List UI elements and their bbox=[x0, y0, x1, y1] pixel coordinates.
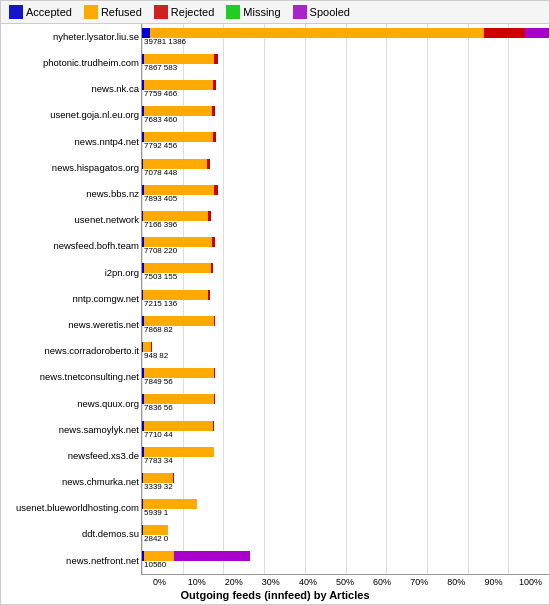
bar-row: 7215136 bbox=[142, 290, 549, 309]
rejected-segment bbox=[208, 290, 209, 300]
refused-segment bbox=[144, 80, 213, 90]
legend-refused-label: Refused bbox=[101, 6, 142, 18]
bar-track bbox=[142, 551, 549, 561]
bar-value-total: 7166 bbox=[144, 221, 162, 230]
rejected-segment bbox=[214, 316, 215, 326]
bar-row: 10560 bbox=[142, 551, 549, 570]
x-axis: 0%10%20%30%40%50%60%70%80%90%100% Outgoi… bbox=[1, 574, 549, 604]
bar-value-secondary: 220 bbox=[164, 247, 177, 256]
bar-value-total: 7215 bbox=[144, 300, 162, 309]
bar-value-total: 7078 bbox=[144, 169, 162, 178]
refused-segment bbox=[143, 211, 208, 221]
bar-values: 7683460 bbox=[142, 116, 549, 125]
bar-values: 7078448 bbox=[142, 169, 549, 178]
refused-segment bbox=[143, 159, 207, 169]
y-label: news.nntp4.net bbox=[1, 136, 139, 148]
bar-track bbox=[142, 421, 549, 431]
bar-track bbox=[142, 368, 549, 378]
y-label: news.tnetconsulting.net bbox=[1, 371, 139, 383]
legend-accepted-label: Accepted bbox=[26, 6, 72, 18]
bar-row: 7708220 bbox=[142, 237, 549, 256]
y-label: nntp.comgw.net bbox=[1, 293, 139, 305]
y-label: usenet.blueworldhosting.com bbox=[1, 502, 139, 514]
bar-row: 784956 bbox=[142, 368, 549, 387]
bar-value-total: 3339 bbox=[144, 483, 162, 492]
bar-values: 786882 bbox=[142, 326, 549, 335]
bar-track bbox=[142, 447, 549, 457]
rejected-segment bbox=[214, 54, 218, 64]
refused-segment bbox=[144, 263, 212, 273]
bar-row: 7683460 bbox=[142, 106, 549, 125]
refused-segment bbox=[150, 28, 484, 38]
x-tick: 80% bbox=[438, 575, 475, 587]
rejected-segment bbox=[213, 80, 216, 90]
bar-value-secondary: 396 bbox=[164, 221, 177, 230]
x-tick: 50% bbox=[326, 575, 363, 587]
bar-values: 94882 bbox=[142, 352, 549, 361]
bar-values: 397811386 bbox=[142, 38, 549, 47]
bar-values: 771044 bbox=[142, 431, 549, 440]
refused-color-box bbox=[84, 5, 98, 19]
y-label: ddt.demos.su bbox=[1, 528, 139, 540]
legend: Accepted Refused Rejected Missing Spoole… bbox=[1, 1, 549, 24]
x-tick: 30% bbox=[252, 575, 289, 587]
bar-value-secondary: 1386 bbox=[168, 38, 186, 47]
y-label: news.quux.org bbox=[1, 398, 139, 410]
rejected-segment bbox=[212, 106, 215, 116]
rejected-segment bbox=[213, 132, 216, 142]
bar-row: 783656 bbox=[142, 394, 549, 413]
bar-track bbox=[142, 54, 549, 64]
refused-segment bbox=[144, 368, 215, 378]
bar-value-total: 7708 bbox=[144, 247, 162, 256]
bar-value-secondary: 0 bbox=[164, 535, 168, 544]
bar-values: 783656 bbox=[142, 404, 549, 413]
bar-value-total: 7683 bbox=[144, 116, 162, 125]
bar-values: 333932 bbox=[142, 483, 549, 492]
refused-segment bbox=[144, 394, 215, 404]
bar-value-secondary: 82 bbox=[159, 352, 168, 361]
bar-value-secondary: 56 bbox=[164, 404, 173, 413]
bar-value-total: 7849 bbox=[144, 378, 162, 387]
refused-segment bbox=[144, 447, 214, 457]
rejected-segment bbox=[214, 394, 215, 404]
bar-values: 7893405 bbox=[142, 195, 549, 204]
accepted-segment bbox=[142, 28, 150, 38]
bar-values: 7759466 bbox=[142, 90, 549, 99]
y-label: news.hispagatos.org bbox=[1, 162, 139, 174]
bar-row: 397811386 bbox=[142, 28, 549, 47]
bar-values: 7708220 bbox=[142, 247, 549, 256]
refused-segment bbox=[143, 525, 168, 535]
x-tick: 0% bbox=[141, 575, 178, 587]
bar-track bbox=[142, 316, 549, 326]
bar-values: 7503155 bbox=[142, 273, 549, 282]
y-label: nyheter.lysator.liu.se bbox=[1, 31, 139, 43]
bar-value-total: 7836 bbox=[144, 404, 162, 413]
bar-values: 7166396 bbox=[142, 221, 549, 230]
bar-value-secondary: 44 bbox=[164, 431, 173, 440]
bar-values: 778334 bbox=[142, 457, 549, 466]
bar-row: 7893405 bbox=[142, 185, 549, 204]
bar-track bbox=[142, 211, 549, 221]
y-label: newsfeed.xs3.de bbox=[1, 450, 139, 462]
bar-value-total: 5939 bbox=[144, 509, 162, 518]
bar-track bbox=[142, 185, 549, 195]
bar-row: 59391 bbox=[142, 499, 549, 518]
x-ticks: 0%10%20%30%40%50%60%70%80%90%100% bbox=[141, 574, 549, 587]
refused-segment bbox=[143, 290, 208, 300]
bar-track bbox=[142, 28, 549, 38]
bar-track bbox=[142, 394, 549, 404]
bar-value-total: 39781 bbox=[144, 38, 166, 47]
bar-value-total: 2842 bbox=[144, 535, 162, 544]
bar-track bbox=[142, 132, 549, 142]
bar-value-secondary: 448 bbox=[164, 169, 177, 178]
x-axis-title: Outgoing feeds (innfeed) by Articles bbox=[1, 587, 549, 601]
bar-value-total: 948 bbox=[144, 352, 157, 361]
bars-area: 3978113867867583775946676834607792456707… bbox=[141, 24, 549, 574]
bar-value-secondary: 456 bbox=[164, 142, 177, 151]
bar-track bbox=[142, 106, 549, 116]
x-tick: 90% bbox=[475, 575, 512, 587]
rejected-segment bbox=[214, 368, 215, 378]
bar-row: 7792456 bbox=[142, 132, 549, 151]
bar-track bbox=[142, 80, 549, 90]
bar-values: 784956 bbox=[142, 378, 549, 387]
